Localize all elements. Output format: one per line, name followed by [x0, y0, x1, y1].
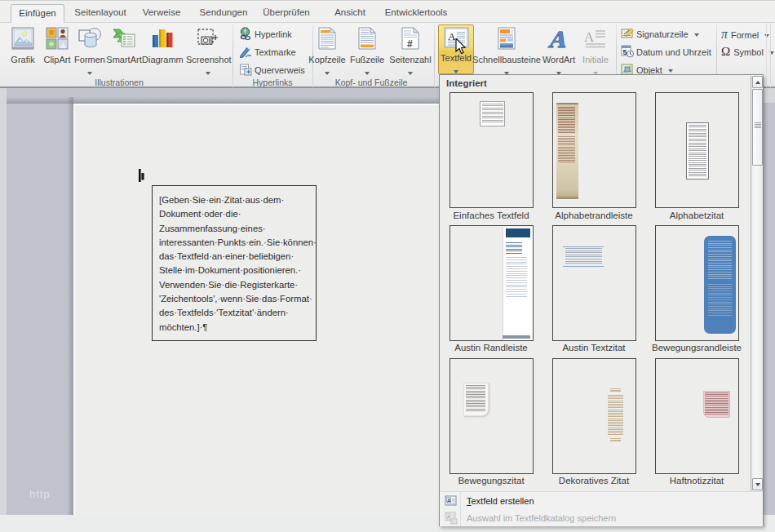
svg-text:#: # — [407, 38, 413, 50]
svg-text:A: A — [447, 498, 451, 503]
svg-text:A: A — [584, 29, 595, 45]
svg-text:5: 5 — [623, 48, 627, 56]
svg-text:A: A — [448, 30, 456, 42]
svg-text:A: A — [447, 514, 451, 520]
svg-text:A: A — [547, 27, 571, 50]
